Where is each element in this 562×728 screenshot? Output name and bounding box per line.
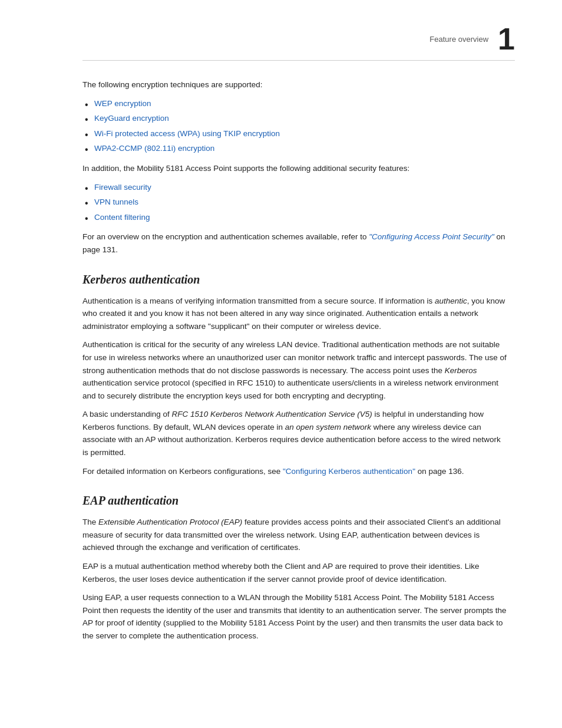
list-item: Wi-Fi protected access (WPA) using TKIP … bbox=[82, 127, 507, 140]
wpa2-ccmp-link[interactable]: WPA2-CCMP (802.11i) encryption bbox=[94, 144, 214, 153]
encryption-intro-para: The following encryption techniques are … bbox=[82, 78, 507, 91]
eap-para2: EAP is a mutual authentication method wh… bbox=[82, 560, 507, 585]
kerberos-para3: A basic understanding of RFC 1510 Kerber… bbox=[82, 408, 507, 459]
chapter-number: 1 bbox=[498, 24, 515, 54]
encryption-intro-text: The following encryption techniques are … bbox=[82, 80, 262, 89]
eap-para3: Using EAP, a user requests connection to… bbox=[82, 591, 507, 642]
list-item: KeyGuard encryption bbox=[82, 112, 507, 125]
kerberos-para1-pre: Authentication is a means of verifying i… bbox=[82, 297, 435, 305]
content-filtering-link[interactable]: Content filtering bbox=[94, 213, 150, 222]
list-item: VPN tunnels bbox=[82, 196, 507, 209]
kerberos-para3-italic: RFC 1510 Kerberos Network Authentication… bbox=[172, 410, 372, 419]
kerberos-para4-post: on page 136. bbox=[415, 467, 464, 476]
list-item: Content filtering bbox=[82, 211, 507, 224]
eap-para1: The Extensible Authentication Protocol (… bbox=[82, 516, 507, 554]
security-intro-para: In addition, the Mobility 5181 Access Po… bbox=[82, 162, 507, 175]
kerberos-para3-pre: A basic understanding of bbox=[82, 410, 172, 419]
kerberos-para4: For detailed information on Kerbeors con… bbox=[82, 465, 507, 478]
encryption-bullets-list: WEP encryption KeyGuard encryption Wi-Fi… bbox=[82, 97, 507, 155]
kerberos-para2-pre: Authentication is critical for the secur… bbox=[82, 340, 507, 374]
kerberos-para1-italic: authentic bbox=[435, 297, 467, 305]
keyguard-encryption-link[interactable]: KeyGuard encryption bbox=[94, 114, 169, 123]
feature-overview-label: Feature overview bbox=[429, 35, 488, 44]
overview-reference-para: For an overview on the encryption and au… bbox=[82, 230, 507, 256]
firewall-security-link[interactable]: Firewall security bbox=[94, 183, 151, 192]
kerberos-section: Kerberos authentication Authentication i… bbox=[82, 273, 507, 478]
security-intro-text: In addition, the Mobility 5181 Access Po… bbox=[82, 164, 409, 173]
wifi-protected-access-link[interactable]: Wi-Fi protected access (WPA) using TKIP … bbox=[94, 129, 280, 138]
kerberos-para1: Authentication is a means of verifying i… bbox=[82, 295, 507, 333]
eap-para1-pre: The bbox=[82, 518, 98, 526]
kerberos-para2-italic: Kerberos bbox=[445, 366, 477, 375]
list-item: WPA2-CCMP (802.11i) encryption bbox=[82, 142, 507, 155]
eap-section: EAP authentication The Extensible Authen… bbox=[82, 494, 507, 642]
kerberos-para3-italic2: an open system network bbox=[285, 423, 371, 431]
kerberos-heading: Kerberos authentication bbox=[82, 273, 507, 286]
kerberos-para2: Authentication is critical for the secur… bbox=[82, 338, 507, 402]
eap-para1-italic: Extensible Authentication Protocol (EAP) bbox=[98, 518, 242, 526]
page: Feature overview 1 The following encrypt… bbox=[0, 0, 562, 684]
main-content: The following encryption techniques are … bbox=[82, 78, 507, 643]
list-item: WEP encryption bbox=[82, 97, 507, 110]
kerberos-para2-cont: authentication service protocol (specifi… bbox=[82, 378, 498, 400]
list-item: Firewall security bbox=[82, 181, 507, 194]
kerberos-para4-pre: For detailed information on Kerbeors con… bbox=[82, 467, 283, 476]
security-bullets-list: Firewall security VPN tunnels Content fi… bbox=[82, 181, 507, 224]
vpn-tunnels-link[interactable]: VPN tunnels bbox=[94, 197, 138, 206]
page-header: Feature overview 1 bbox=[82, 24, 515, 61]
configuring-kerberos-link[interactable]: "Configuring Kerberos authentication" bbox=[283, 467, 415, 476]
wep-encryption-link[interactable]: WEP encryption bbox=[94, 99, 151, 108]
eap-heading: EAP authentication bbox=[82, 494, 507, 508]
configuring-security-link[interactable]: "Configuring Access Point Security" bbox=[369, 232, 494, 241]
overview-text-pre: For an overview on the encryption and au… bbox=[82, 232, 369, 241]
